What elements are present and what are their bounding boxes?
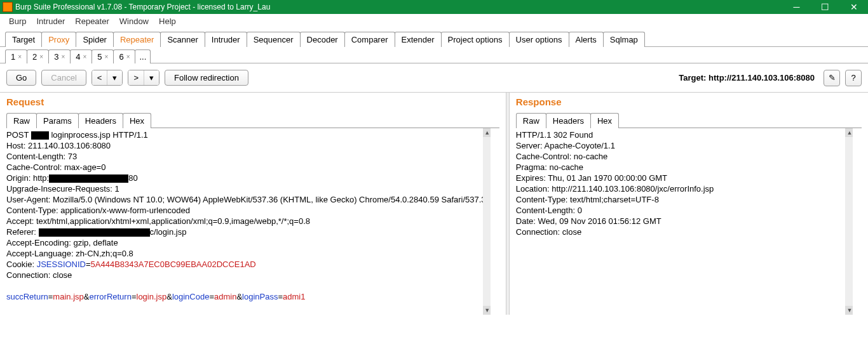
subtab-6[interactable]: 6× [113,49,135,63]
follow-redirection-button[interactable]: Follow redirection [165,70,248,86]
tab-spider[interactable]: Spider [76,32,114,47]
response-tab-headers[interactable]: Headers [546,113,591,128]
request-title: Request [6,96,499,107]
tab-proxy[interactable]: Proxy [41,32,76,47]
request-scrollbar[interactable]: ▲ ▼ [483,128,492,315]
response-scrollbar[interactable]: ▲ ▼ [845,128,854,315]
tab-scanner[interactable]: Scanner [160,32,205,47]
response-title: Response [516,96,862,107]
main-tabs: Target Proxy Spider Repeater Scanner Int… [0,29,868,47]
menu-intruder[interactable]: Intruder [32,15,69,27]
scroll-down-icon[interactable]: ▼ [483,306,492,315]
request-pane: Request Raw Params Headers Hex POST logi… [0,93,506,315]
close-icon[interactable]: × [61,53,65,60]
scroll-up-icon[interactable]: ▲ [483,128,492,137]
maximize-button[interactable]: ☐ [811,0,839,14]
history-back-button[interactable]: < [92,70,108,85]
menu-window[interactable]: Window [116,15,153,27]
redacted [49,174,128,183]
tab-intruder[interactable]: Intruder [205,32,247,47]
request-tab-headers[interactable]: Headers [78,113,123,128]
request-tab-params[interactable]: Params [36,113,79,128]
edit-target-button[interactable]: ✎ [824,70,840,86]
subtab-1[interactable]: 1× [5,49,27,63]
close-icon[interactable]: × [126,53,130,60]
split-pane: Request Raw Params Headers Hex POST logi… [0,93,868,315]
tab-alerts[interactable]: Alerts [569,32,604,47]
close-icon[interactable]: × [18,53,22,60]
redacted [31,131,49,140]
menubar: Burp Intruder Repeater Window Help [0,14,868,28]
close-icon[interactable]: × [83,53,86,60]
tab-comparer[interactable]: Comparer [344,32,395,47]
tab-extender[interactable]: Extender [395,32,442,47]
menu-help[interactable]: Help [155,15,180,27]
request-tab-hex[interactable]: Hex [123,113,151,128]
request-content[interactable]: POST loginprocess.jsp HTTP/1.1 Host: 211… [6,128,499,315]
close-icon[interactable]: × [39,53,43,60]
tab-decoder[interactable]: Decoder [300,32,345,47]
pencil-icon: ✎ [829,73,836,82]
scroll-up-icon[interactable]: ▲ [845,128,854,137]
cancel-button[interactable]: Cancel [41,70,86,86]
repeater-subtabs: 1× 2× 3× 4× 5× 6× ... [0,47,868,63]
window-title: Burp Suite Professional v1.7.08 - Tempor… [15,3,868,11]
subtab-3[interactable]: 3× [48,49,71,63]
menu-burp[interactable]: Burp [5,15,30,27]
menu-repeater[interactable]: Repeater [71,15,112,27]
target-label: Target: http://211.140.103.106:8080 [679,73,815,82]
response-tabs: Raw Headers Hex [516,112,862,128]
tab-sequencer[interactable]: Sequencer [247,32,301,47]
request-tab-raw[interactable]: Raw [6,113,37,128]
redacted [39,228,150,237]
history-back-menu[interactable]: ▾ [107,70,122,85]
go-button[interactable]: Go [6,70,36,86]
app-icon [3,2,13,12]
minimize-button[interactable]: ─ [782,0,811,14]
tab-sqlmap[interactable]: Sqlmap [603,32,645,47]
subtab-5[interactable]: 5× [92,49,114,63]
help-icon: ? [851,73,855,82]
history-fwd-group: > ▾ [128,70,159,86]
tab-user-options[interactable]: User options [509,32,569,47]
window-titlebar: Burp Suite Professional v1.7.08 - Tempor… [0,0,868,14]
close-button[interactable]: ✕ [839,0,868,14]
history-fwd-button[interactable]: > [128,70,144,85]
tab-target[interactable]: Target [5,32,42,47]
subtab-2[interactable]: 2× [27,49,49,63]
subtab-new[interactable]: ... [135,49,151,63]
tab-repeater[interactable]: Repeater [113,32,161,47]
help-button[interactable]: ? [845,70,862,86]
close-icon[interactable]: × [105,53,109,60]
history-fwd-menu[interactable]: ▾ [144,70,159,85]
subtab-4[interactable]: 4× [70,49,92,63]
response-pane: Response Raw Headers Hex HTTP/1.1 302 Fo… [510,93,868,315]
response-content[interactable]: HTTP/1.1 302 Found Server: Apache-Coyote… [516,128,862,315]
repeater-toolbar: Go Cancel < ▾ > ▾ Follow redirection Tar… [0,63,868,93]
tab-project-options[interactable]: Project options [441,32,510,47]
request-tabs: Raw Params Headers Hex [6,112,499,128]
history-back-group: < ▾ [92,70,123,86]
scroll-down-icon[interactable]: ▼ [845,306,854,315]
response-tab-hex[interactable]: Hex [590,113,619,128]
response-tab-raw[interactable]: Raw [516,113,546,128]
